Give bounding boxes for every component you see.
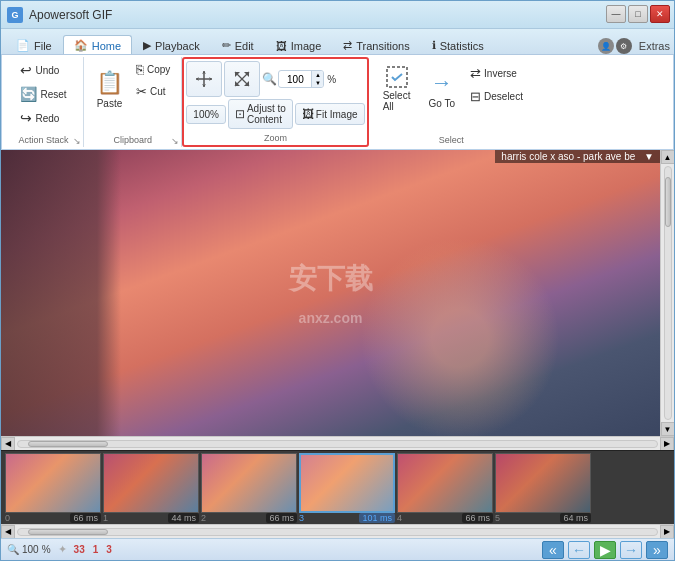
select-all-button[interactable]: SelectAll bbox=[375, 59, 419, 119]
go-to-button[interactable]: → Go To bbox=[423, 59, 462, 119]
minimize-button[interactable]: — bbox=[606, 5, 626, 23]
nav-prev-button[interactable]: ← bbox=[568, 541, 590, 559]
cut-button[interactable]: ✂ Cut bbox=[131, 81, 175, 102]
adjust-label: Adjust toContent bbox=[247, 103, 286, 125]
frame-0-info: 0 66 ms bbox=[5, 513, 101, 523]
status-zoom-area: 🔍 100 % bbox=[7, 544, 51, 555]
reset-button[interactable]: 🔄 Reset bbox=[15, 83, 71, 105]
group-zoom: 🔍 ▲ ▼ % bbox=[182, 57, 368, 147]
tab-statistics[interactable]: ℹ Statistics bbox=[421, 35, 495, 54]
frame-2[interactable]: 2 66 ms bbox=[201, 453, 297, 523]
inverse-deselect-area: ⇄ Inverse ⊟ Deselect bbox=[465, 59, 528, 107]
select-label: Select bbox=[369, 135, 534, 145]
h-scroll-left-button[interactable]: ◀ bbox=[1, 437, 15, 451]
tab-file[interactable]: 📄 File bbox=[5, 35, 63, 54]
close-button[interactable]: ✕ bbox=[650, 5, 670, 23]
frame-0-img bbox=[5, 453, 101, 513]
copy-icon: ⎘ bbox=[136, 62, 144, 77]
frame-0-time: 66 ms bbox=[70, 513, 101, 523]
image-icon: 🖼 bbox=[276, 40, 287, 52]
frame-3-thumb bbox=[301, 455, 393, 511]
frame-0-num: 0 bbox=[5, 513, 10, 523]
home-icon: 🏠 bbox=[74, 39, 88, 52]
v-scroll-thumb[interactable] bbox=[665, 177, 671, 227]
h-scroll-track bbox=[17, 440, 658, 448]
action-expand-icon[interactable]: ↘ bbox=[73, 136, 81, 146]
action-stack-label: Action Stack bbox=[4, 135, 83, 145]
clipboard-expand-icon[interactable]: ↘ bbox=[171, 136, 179, 146]
paste-button[interactable]: 📋 Paste bbox=[90, 59, 129, 119]
zoom-up-button[interactable]: ▲ bbox=[311, 71, 323, 79]
group-clipboard: 📋 Paste ⎘ Copy ✂ Cut Clipboard ↘ bbox=[84, 57, 182, 147]
filmstrip-scroll-left[interactable]: ◀ bbox=[1, 525, 15, 539]
h-scrollbar-canvas[interactable]: ◀ ▶ bbox=[1, 436, 674, 450]
v-scroll-up-button[interactable]: ▲ bbox=[661, 150, 675, 164]
tab-edit[interactable]: ✏ Edit bbox=[211, 35, 265, 54]
zoom-100-button[interactable]: 100% bbox=[186, 105, 226, 124]
group-select: SelectAll → Go To ⇄ Inverse ⊟ bbox=[369, 57, 534, 147]
frame-4-info: 4 66 ms bbox=[397, 513, 493, 523]
zoom-input[interactable] bbox=[279, 73, 311, 86]
tab-home[interactable]: 🏠 Home bbox=[63, 35, 132, 54]
tab-home-label: Home bbox=[92, 40, 121, 52]
select-content: SelectAll → Go To ⇄ Inverse ⊟ bbox=[375, 59, 528, 145]
nav-first-button[interactable]: « bbox=[542, 541, 564, 559]
h-scroll-right-button[interactable]: ▶ bbox=[660, 437, 674, 451]
group-action-stack: ↩ Undo 🔄 Reset ↪ Redo Action Stack ↘ bbox=[4, 57, 84, 147]
fit-image-label: Fit Image bbox=[316, 109, 358, 120]
frame-5[interactable]: 5 64 ms bbox=[495, 453, 591, 523]
filmstrip-scroll-right[interactable]: ▶ bbox=[660, 525, 674, 539]
title-bar: G Apowersoft GIF — □ ✕ bbox=[1, 1, 674, 29]
deselect-button[interactable]: ⊟ Deselect bbox=[465, 86, 528, 107]
tab-transitions[interactable]: ⇄ Transitions bbox=[332, 35, 420, 54]
status-bar: 🔍 100 % ✦ 33 1 3 « ← ▶ → » bbox=[1, 538, 674, 560]
h-scrollbar-filmstrip[interactable]: ◀ ▶ bbox=[1, 524, 674, 538]
four-arrows-icon bbox=[194, 69, 214, 89]
undo-label: Undo bbox=[35, 65, 59, 76]
filmstrip-scroll-track bbox=[17, 528, 658, 536]
paste-label: Paste bbox=[97, 98, 123, 109]
reset-label: Reset bbox=[40, 89, 66, 100]
undo-button[interactable]: ↩ Undo bbox=[15, 59, 71, 81]
adjust-to-content-button[interactable]: ⊡ Adjust toContent bbox=[228, 99, 293, 129]
cut-icon: ✂ bbox=[136, 84, 147, 99]
maximize-button[interactable]: □ bbox=[628, 5, 648, 23]
frame-0[interactable]: 0 66 ms bbox=[5, 453, 101, 523]
tab-playback[interactable]: ▶ Playback bbox=[132, 35, 211, 54]
frame-3-info: 3 101 ms bbox=[299, 513, 395, 523]
inverse-button[interactable]: ⇄ Inverse bbox=[465, 63, 528, 84]
canvas-area: harris cole x aso - park ave be ▼ 安下载anx… bbox=[1, 150, 660, 436]
status-zoom-value: 100 bbox=[22, 544, 39, 555]
frame-1-img bbox=[103, 453, 199, 513]
fit-image-button[interactable]: 🖼 Fit Image bbox=[295, 103, 365, 125]
frame-4[interactable]: 4 66 ms bbox=[397, 453, 493, 523]
status-zoom-icon: 🔍 bbox=[7, 544, 19, 555]
frame-1[interactable]: 1 44 ms bbox=[103, 453, 199, 523]
redo-label: Redo bbox=[35, 113, 59, 124]
expand-button[interactable] bbox=[224, 61, 260, 97]
zoom-down-button[interactable]: ▼ bbox=[311, 79, 323, 87]
copy-button[interactable]: ⎘ Copy bbox=[131, 59, 175, 80]
filmstrip-scroll-thumb[interactable] bbox=[28, 529, 108, 535]
adjust-icon: ⊡ bbox=[235, 107, 245, 121]
zoom-input-group[interactable]: ▲ ▼ bbox=[278, 70, 324, 88]
edit-icon: ✏ bbox=[222, 39, 231, 52]
settings-icon: ⚙ bbox=[616, 38, 632, 54]
h-scroll-thumb[interactable] bbox=[28, 441, 108, 447]
file-icon: 📄 bbox=[16, 39, 30, 52]
frame-5-num: 5 bbox=[495, 513, 500, 523]
frame-2-thumb bbox=[202, 454, 296, 512]
zoom-label: Zoom bbox=[184, 133, 366, 143]
go-to-label: Go To bbox=[429, 98, 456, 109]
tab-image[interactable]: 🖼 Image bbox=[265, 36, 333, 54]
nav-next-button[interactable]: → bbox=[620, 541, 642, 559]
zoom-value-row: 🔍 ▲ ▼ % bbox=[262, 70, 338, 88]
zoom-arrows-button[interactable] bbox=[186, 61, 222, 97]
v-scroll-down-button[interactable]: ▼ bbox=[661, 422, 675, 436]
v-scrollbar[interactable]: ▲ ▼ bbox=[660, 150, 674, 436]
nav-play-button[interactable]: ▶ bbox=[594, 541, 616, 559]
redo-button[interactable]: ↪ Redo bbox=[15, 107, 71, 129]
ribbon-tab-row: 📄 File 🏠 Home ▶ Playback ✏ Edit 🖼 Image … bbox=[1, 29, 674, 55]
nav-last-button[interactable]: » bbox=[646, 541, 668, 559]
frame-3[interactable]: 3 101 ms bbox=[299, 453, 395, 523]
